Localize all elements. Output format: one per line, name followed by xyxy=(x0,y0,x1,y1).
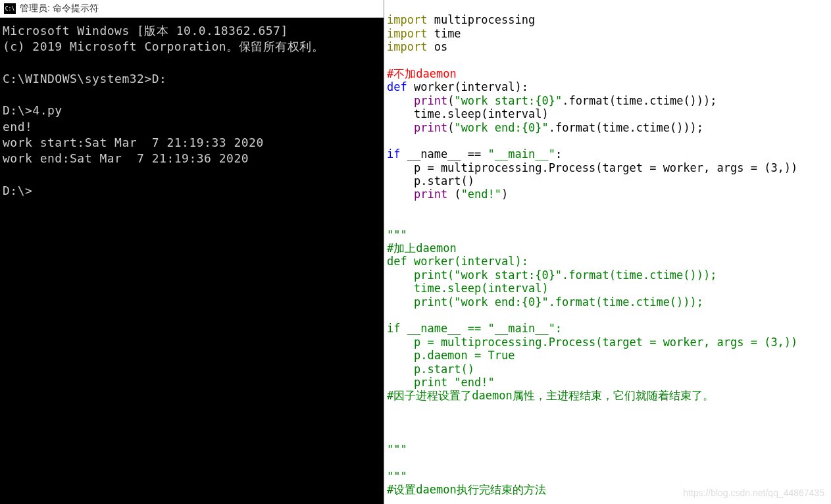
code-token: os xyxy=(427,40,447,53)
cmd-icon: C:\ xyxy=(4,3,16,14)
code-line: import os xyxy=(387,40,828,53)
code-token: __name__ == xyxy=(400,147,488,161)
code-token: #不加daemon xyxy=(387,67,457,80)
code-token: #因子进程设置了daemon属性，主进程结束，它们就随着结束了。 xyxy=(387,389,714,402)
code-token: print xyxy=(414,188,447,201)
code-token xyxy=(387,188,414,201)
code-line: p = multiprocessing.Process(target = wor… xyxy=(387,336,828,349)
code-token: p.start() xyxy=(387,363,474,376)
code-token: ( xyxy=(447,188,461,201)
code-token: p.daemon = True xyxy=(387,349,515,362)
code-line: print("work start:{0}".format(time.ctime… xyxy=(387,268,828,282)
code-token: : xyxy=(555,147,562,161)
code-token: if xyxy=(387,147,400,161)
code-token: p = multiprocessing.Process(target = wor… xyxy=(387,161,797,174)
code-token xyxy=(387,94,414,107)
code-line xyxy=(387,201,828,214)
cmd-title-text: 管理员: 命令提示符 xyxy=(20,3,99,14)
code-line: #因子进程设置了daemon属性，主进程结束，它们就随着结束了。 xyxy=(387,389,828,402)
code-line xyxy=(387,403,828,416)
code-token: import xyxy=(387,27,427,40)
code-token: multiprocessing xyxy=(427,13,535,26)
code-line: #不加daemon xyxy=(387,67,828,80)
code-line: """ xyxy=(387,443,828,456)
watermark-text: https://blog.csdn.net/qq_44867435 xyxy=(683,488,824,499)
code-line: import time xyxy=(387,27,828,40)
code-line: time.sleep(interval) xyxy=(387,282,828,295)
code-line xyxy=(387,134,828,147)
code-token: time.sleep(interval) xyxy=(387,107,549,120)
code-line: p.start() xyxy=(387,363,828,376)
code-line xyxy=(387,0,828,13)
code-line: """ xyxy=(387,228,828,241)
code-line: print("work end:{0}".format(time.ctime()… xyxy=(387,121,828,134)
code-line: def worker(interval): xyxy=(387,255,828,268)
code-line xyxy=(387,430,828,443)
code-token: print("work start:{0}".format(time.ctime… xyxy=(387,268,717,282)
code-token: p.start() xyxy=(387,174,474,188)
code-token: "work start:{0}" xyxy=(454,94,562,107)
code-line: print ("end!") xyxy=(387,188,828,201)
code-token: "end!" xyxy=(461,188,501,201)
code-token: time.sleep(interval) xyxy=(387,282,549,295)
code-line: if __name__ == "__main__": xyxy=(387,147,828,161)
code-token: ( xyxy=(447,94,454,107)
code-token: """ xyxy=(387,470,407,483)
code-token: """ xyxy=(387,228,407,241)
code-token: worker xyxy=(414,80,454,93)
code-token xyxy=(387,121,414,134)
code-token: (interval): xyxy=(454,80,528,93)
code-line: #加上daemon xyxy=(387,241,828,255)
cmd-title-bar[interactable]: C:\ 管理员: 命令提示符 xyxy=(0,0,384,18)
code-token: print xyxy=(414,94,447,107)
cmd-window: C:\ 管理员: 命令提示符 Microsoft Windows [版本 10.… xyxy=(0,0,384,504)
code-line xyxy=(387,416,828,429)
code-line: p.daemon = True xyxy=(387,349,828,362)
code-token: ( xyxy=(447,121,454,134)
code-token: import xyxy=(387,40,427,53)
code-token: ) xyxy=(501,188,508,201)
code-line: import multiprocessing xyxy=(387,13,828,26)
code-token: time xyxy=(427,27,461,40)
cmd-terminal[interactable]: Microsoft Windows [版本 10.0.18362.657] (c… xyxy=(0,18,384,504)
code-token: "work end:{0}" xyxy=(454,121,548,134)
code-line: if __name__ == "__main__": xyxy=(387,322,828,335)
code-token: """ xyxy=(387,443,407,456)
code-token: import xyxy=(387,13,427,26)
code-line: print("work start:{0}".format(time.ctime… xyxy=(387,94,828,107)
code-token: .format(time.ctime())); xyxy=(549,121,703,134)
code-token: def xyxy=(387,80,414,93)
code-token: print xyxy=(414,121,447,134)
code-editor[interactable]: import multiprocessingimport timeimport … xyxy=(384,0,831,504)
code-token: if __name__ == "__main__": xyxy=(387,322,562,335)
code-line: time.sleep(interval) xyxy=(387,107,828,120)
code-token: print "end!" xyxy=(387,376,495,389)
code-token: #设置daemon执行完结束的方法 xyxy=(387,483,546,496)
code-token: .format(time.ctime())); xyxy=(562,94,717,107)
code-line: print("work end:{0}".format(time.ctime()… xyxy=(387,295,828,309)
code-line xyxy=(387,456,828,469)
code-line xyxy=(387,214,828,228)
code-line: p = multiprocessing.Process(target = wor… xyxy=(387,161,828,174)
code-token: print("work end:{0}".format(time.ctime()… xyxy=(387,295,703,309)
code-line: print "end!" xyxy=(387,376,828,389)
code-token: "__main__" xyxy=(488,147,555,161)
code-token: p = multiprocessing.Process(target = wor… xyxy=(387,336,797,349)
code-line xyxy=(387,54,828,67)
code-line: def worker(interval): xyxy=(387,80,828,93)
code-line: p.start() xyxy=(387,174,828,188)
code-line xyxy=(387,309,828,322)
code-token: #加上daemon xyxy=(387,241,457,255)
code-line: """ xyxy=(387,470,828,483)
code-token: def worker(interval): xyxy=(387,255,528,268)
